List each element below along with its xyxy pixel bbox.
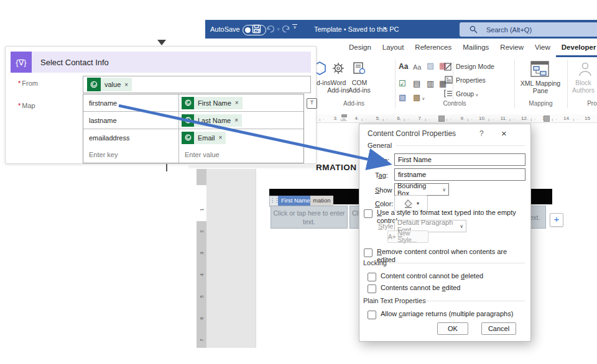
map-value-input[interactable]: First Name × (179, 94, 303, 111)
properties-button[interactable]: Properties (456, 76, 486, 84)
dynamic-content-pill[interactable]: Last Name × (182, 114, 242, 127)
checkbox[interactable] (368, 284, 376, 293)
design-mode-button[interactable]: Design Mode (456, 63, 494, 70)
tag-label: Tag: (375, 171, 388, 179)
remove-pill-icon[interactable]: × (124, 81, 128, 88)
map-value-input[interactable]: Enter value (179, 146, 303, 163)
group-button[interactable]: Group (456, 90, 478, 98)
dynamic-content-pill[interactable]: value × (87, 78, 132, 91)
block-authors-icon[interactable] (578, 61, 593, 77)
ruler-indent-marker[interactable] (438, 116, 445, 122)
carriage-returns-checkbox-row[interactable]: Allow carriage returns (multiple paragra… (368, 310, 523, 319)
title-label: Title: (375, 157, 389, 164)
title-input[interactable]: First Name (394, 153, 525, 166)
xml-mapping-pane-icon[interactable] (530, 60, 550, 78)
properties-icon[interactable] (445, 76, 453, 84)
ruler-number: 1 (198, 208, 204, 211)
dynamic-content-pill[interactable]: First Name × (182, 97, 243, 109)
ruler-indent-marker[interactable] (544, 116, 550, 122)
ok-button[interactable]: OK (437, 322, 468, 335)
rich-text-content-control-icon[interactable]: Aa (399, 62, 408, 71)
new-style-icon: A+ (388, 234, 396, 240)
content-control-placeholder-cell[interactable]: Click or tap here to enter text. (271, 206, 348, 229)
ribbon-tab[interactable]: Layout (377, 39, 410, 57)
ruler-number: 3 (198, 252, 204, 254)
cannot-delete-checkbox-row[interactable]: Content control cannot be deleted (368, 272, 523, 281)
word-add-ins-icon[interactable] (331, 61, 345, 75)
undo-button[interactable]: ∨ (266, 24, 280, 34)
map-key-input[interactable]: firstname (83, 94, 179, 111)
map-field-label: *Map (18, 102, 35, 109)
checkbox-content-control-icon[interactable] (399, 80, 406, 88)
ruler-unit: 5 (197, 286, 206, 307)
remove-pill-icon[interactable]: × (234, 117, 238, 124)
ruler-ticks (315, 112, 325, 124)
map-value-input[interactable]: Last Name × (179, 112, 303, 129)
document-title[interactable]: Template • Saved to this PC (314, 25, 399, 33)
picture-content-control-icon[interactable] (427, 61, 434, 70)
com-add-ins-icon[interactable] (353, 61, 366, 75)
block-authors-button[interactable]: Block Authors (565, 79, 597, 94)
ruler-number: 5 (198, 295, 204, 298)
remove-control-checkbox-row[interactable]: Remove content control when contents are… (364, 248, 521, 264)
select-action-card[interactable]: {∇} Select Contact Info *From value × *M… (5, 46, 317, 164)
show-as-dropdown[interactable]: Bounding Box∨ (394, 183, 449, 196)
tag-input[interactable]: firstname (394, 168, 525, 181)
combo-box-content-control-icon[interactable] (413, 80, 420, 88)
ruler-unit: 2 (197, 221, 206, 242)
customize-quick-access-button[interactable]: ∨ (292, 24, 297, 29)
document-canvas (206, 169, 256, 348)
doc-title-chevron-icon[interactable]: ▾ (384, 25, 386, 31)
new-style-button[interactable]: A+ New Style... (387, 230, 428, 243)
locking-section-label: Locking (363, 259, 387, 266)
table-insert-column-button[interactable]: + (550, 213, 563, 227)
save-button[interactable] (252, 24, 261, 34)
ribbon-tab[interactable]: Mailings (457, 39, 494, 57)
ribbon-tab[interactable]: Developer (556, 39, 597, 57)
checkbox[interactable] (368, 311, 376, 319)
checkbox-label: Remove content control when contents are… (377, 248, 521, 264)
remove-pill-icon[interactable]: × (219, 134, 223, 141)
ribbon-tab[interactable]: Design (343, 39, 377, 57)
checkbox[interactable] (364, 209, 373, 218)
dynamic-content-icon (87, 78, 101, 91)
design-mode-icon[interactable] (444, 62, 453, 71)
plain-text-content-control-icon[interactable]: Aa (413, 63, 421, 71)
hanging-indent-marker[interactable] (341, 117, 347, 121)
checkbox[interactable] (368, 273, 376, 281)
close-icon[interactable]: × (501, 128, 507, 139)
xml-mapping-pane-button[interactable]: XML Mapping Pane (514, 80, 567, 94)
pill-label: First Name (198, 99, 231, 107)
map-value-input[interactable]: Email × (179, 129, 303, 146)
com-add-ins-button[interactable]: COM Add-ins (346, 79, 373, 94)
ribbon-tab[interactable]: View (529, 39, 556, 57)
ribbon-tab[interactable]: References (409, 39, 457, 57)
group-control-tab-partial[interactable]: mation (310, 196, 333, 206)
switch-to-text-mode-icon[interactable]: T (307, 98, 317, 109)
map-key-input[interactable]: emailaddress (83, 129, 179, 146)
from-input[interactable]: value × (83, 76, 311, 93)
cancel-button[interactable]: Cancel (481, 322, 516, 335)
search-input[interactable]: Search (Alt+Q) (460, 22, 597, 37)
content-control-title-tab[interactable]: First Name (278, 196, 313, 206)
remove-pill-icon[interactable]: × (235, 99, 239, 106)
help-icon[interactable]: ? (479, 129, 484, 138)
word-title-bar: AutoSave Off ∨ ∨ (205, 20, 597, 39)
redo-button[interactable] (280, 24, 291, 34)
add-ins-group-label: Add-ins (314, 100, 394, 107)
dynamic-content-pill[interactable]: Email × (182, 132, 226, 144)
undo-dropdown-icon[interactable]: ∨ (277, 27, 280, 32)
dropdown-list-content-control-icon[interactable] (427, 80, 434, 88)
checkbox[interactable] (364, 248, 373, 257)
map-key-input[interactable]: lastname (83, 112, 179, 129)
group-icon[interactable] (444, 89, 453, 98)
card-header[interactable]: {∇} Select Contact Info (11, 52, 311, 73)
ribbon-tab[interactable]: Review (494, 39, 529, 57)
protect-group-label: Protect (567, 100, 597, 107)
map-key-input[interactable]: Enter key (83, 146, 179, 163)
map-row: emailaddress Email × (83, 129, 303, 146)
cannot-edit-checkbox-row[interactable]: Contents cannot be edited (368, 284, 523, 293)
ruler-number: 15 (585, 116, 590, 121)
checkbox-label: Allow carriage returns (multiple paragra… (381, 310, 513, 318)
pill-label: Email (198, 134, 215, 142)
